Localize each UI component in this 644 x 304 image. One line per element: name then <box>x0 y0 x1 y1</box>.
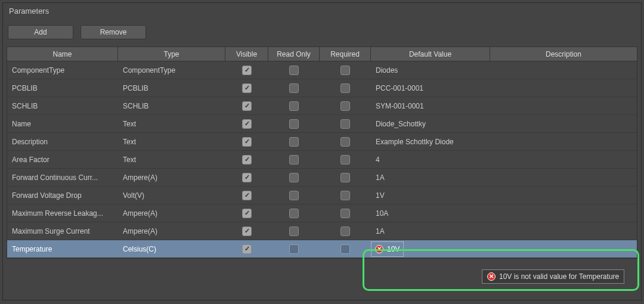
readonly-checkbox[interactable] <box>289 137 299 147</box>
required-checkbox[interactable] <box>340 66 350 75</box>
cell-name[interactable]: Area Factor <box>7 151 118 168</box>
cell-type[interactable]: Volt(V) <box>118 187 225 204</box>
cell-name[interactable]: Temperature <box>7 240 118 258</box>
cell-name[interactable]: Name <box>7 115 118 132</box>
cell-type[interactable]: Celsius(C) <box>118 240 225 258</box>
default-value-error-cell[interactable]: 10V <box>371 241 404 257</box>
table-row[interactable]: PCBLIBPCBLIBPCC-001-0001 <box>7 79 637 97</box>
header-description[interactable]: Description <box>490 47 637 61</box>
cell-name[interactable]: Maximum Surge Current <box>7 222 118 240</box>
cell-type[interactable]: Text <box>118 151 225 168</box>
header-visible[interactable]: Visible <box>225 47 268 61</box>
table-row[interactable]: NameTextDiode_Schottky <box>7 115 637 133</box>
cell-description[interactable] <box>490 222 637 240</box>
cell-default-value[interactable]: Example Schottky Diode <box>371 133 490 150</box>
cell-default-value[interactable]: 4 <box>371 151 490 168</box>
header-default[interactable]: Default Value <box>371 47 490 61</box>
remove-button[interactable]: Remove <box>80 25 146 39</box>
visible-checkbox[interactable] <box>242 209 252 218</box>
cell-visible <box>225 61 268 79</box>
required-checkbox[interactable] <box>340 83 350 93</box>
cell-default-value[interactable]: SYM-001-0001 <box>371 97 490 114</box>
required-checkbox[interactable] <box>340 137 350 147</box>
cell-description[interactable] <box>490 204 637 222</box>
table-row[interactable]: TemperatureCelsius(C)10V <box>7 240 637 258</box>
cell-name[interactable]: Maximum Reverse Leakag... <box>7 204 118 222</box>
cell-default-value[interactable]: Diodes <box>371 61 490 79</box>
cell-description[interactable] <box>490 115 637 132</box>
readonly-checkbox[interactable] <box>289 209 299 218</box>
cell-name[interactable]: ComponentType <box>7 61 118 79</box>
cell-default-value[interactable]: PCC-001-0001 <box>371 79 490 97</box>
cell-name[interactable]: Forward Voltage Drop <box>7 187 118 204</box>
table-row[interactable]: DescriptionTextExample Schottky Diode <box>7 133 637 151</box>
table-row[interactable]: Area FactorText4 <box>7 151 637 169</box>
cell-description[interactable] <box>490 61 637 79</box>
cell-type[interactable]: Text <box>118 133 225 150</box>
cell-name[interactable]: Forward Continuous Curr... <box>7 169 118 186</box>
required-checkbox[interactable] <box>340 244 350 254</box>
cell-description[interactable] <box>490 133 637 150</box>
readonly-checkbox[interactable] <box>289 173 299 182</box>
visible-checkbox[interactable] <box>242 155 252 165</box>
cell-name[interactable]: SCHLIB <box>7 97 118 114</box>
cell-type[interactable]: Text <box>118 115 225 132</box>
visible-checkbox[interactable] <box>242 173 252 182</box>
table-row[interactable]: Forward Voltage DropVolt(V)1V <box>7 187 637 204</box>
required-checkbox[interactable] <box>340 209 350 218</box>
table-row[interactable]: Maximum Surge CurrentAmpere(A)1A <box>7 222 637 240</box>
add-button[interactable]: Add <box>8 25 73 39</box>
required-checkbox[interactable] <box>340 191 350 200</box>
cell-type[interactable]: ComponentType <box>118 61 225 79</box>
cell-description[interactable] <box>490 79 637 97</box>
visible-checkbox[interactable] <box>242 244 252 254</box>
cell-type[interactable]: PCBLIB <box>118 79 225 97</box>
cell-description[interactable] <box>490 187 637 204</box>
table-row[interactable]: SCHLIBSCHLIBSYM-001-0001 <box>7 97 637 115</box>
visible-checkbox[interactable] <box>242 119 252 129</box>
header-required[interactable]: Required <box>320 47 371 61</box>
cell-type[interactable]: SCHLIB <box>118 97 225 114</box>
cell-description[interactable] <box>490 169 637 186</box>
cell-name[interactable]: PCBLIB <box>7 79 118 97</box>
required-checkbox[interactable] <box>340 155 350 165</box>
table-row[interactable]: Forward Continuous Curr...Ampere(A)1A <box>7 169 637 187</box>
cell-type[interactable]: Ampere(A) <box>118 169 225 186</box>
cell-description[interactable] <box>490 97 637 114</box>
readonly-checkbox[interactable] <box>289 66 299 75</box>
readonly-checkbox[interactable] <box>289 155 299 165</box>
readonly-checkbox[interactable] <box>289 191 299 200</box>
table-row[interactable]: Maximum Reverse Leakag...Ampere(A)10A <box>7 204 637 222</box>
header-readonly[interactable]: Read Only <box>268 47 320 61</box>
header-type[interactable]: Type <box>118 47 225 61</box>
visible-checkbox[interactable] <box>242 66 252 75</box>
cell-type[interactable]: Ampere(A) <box>118 204 225 222</box>
required-checkbox[interactable] <box>340 173 350 182</box>
required-checkbox[interactable] <box>340 119 350 129</box>
required-checkbox[interactable] <box>340 227 350 236</box>
cell-default-value[interactable]: 1A <box>371 169 490 186</box>
cell-default-value[interactable]: 10A <box>371 204 490 222</box>
readonly-checkbox[interactable] <box>289 119 299 129</box>
cell-description[interactable] <box>490 240 637 258</box>
cell-type[interactable]: Ampere(A) <box>118 222 225 240</box>
readonly-checkbox[interactable] <box>289 101 299 111</box>
cell-default-value[interactable]: 1V <box>371 187 490 204</box>
required-checkbox[interactable] <box>340 101 350 111</box>
table-row[interactable]: ComponentTypeComponentTypeDiodes <box>7 61 637 79</box>
visible-checkbox[interactable] <box>242 137 252 147</box>
visible-checkbox[interactable] <box>242 191 252 200</box>
error-tooltip-text: 10V is not valid value for Temperature <box>499 272 619 281</box>
cell-default-value[interactable]: 10V <box>371 240 490 258</box>
visible-checkbox[interactable] <box>242 227 252 236</box>
visible-checkbox[interactable] <box>242 101 252 111</box>
visible-checkbox[interactable] <box>242 83 252 93</box>
readonly-checkbox[interactable] <box>289 244 299 254</box>
readonly-checkbox[interactable] <box>289 83 299 93</box>
cell-description[interactable] <box>490 151 637 168</box>
cell-default-value[interactable]: Diode_Schottky <box>371 115 490 132</box>
cell-default-value[interactable]: 1A <box>371 222 490 240</box>
readonly-checkbox[interactable] <box>289 227 299 236</box>
cell-name[interactable]: Description <box>7 133 118 150</box>
header-name[interactable]: Name <box>7 47 118 61</box>
